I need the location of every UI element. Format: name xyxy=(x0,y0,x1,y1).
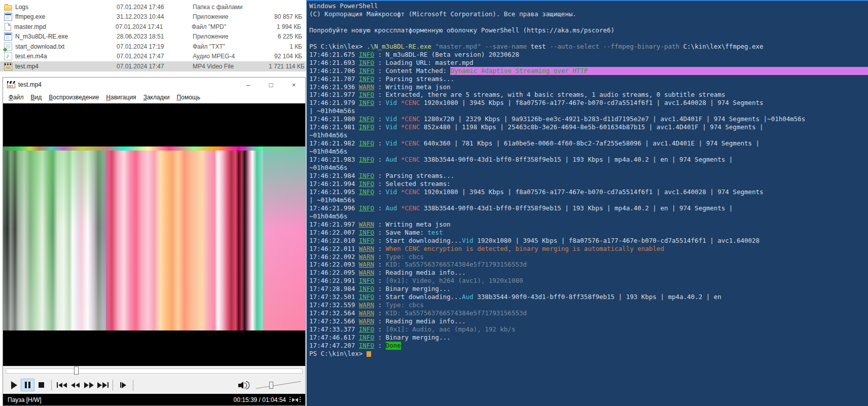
terminal-line: 17:46:22.010 INFO : Start downloading...… xyxy=(309,237,868,245)
skip-forward-button[interactable] xyxy=(96,379,110,391)
file-name: Logs xyxy=(15,4,117,11)
video-frame-tint-left xyxy=(3,146,106,330)
video-area[interactable] xyxy=(3,103,305,366)
close-button[interactable]: × xyxy=(282,78,305,92)
play-button[interactable] xyxy=(7,379,21,391)
terminal-line: 17:47:33.377 INFO : [0x1]: Audio, aac (m… xyxy=(309,325,868,334)
terminal-line: | ~01h04m56s xyxy=(309,107,868,115)
window-buttons: –□× xyxy=(237,78,305,92)
file-date: 07.01.2024 17:46 xyxy=(117,4,193,11)
audio-icon xyxy=(4,52,12,60)
file-date: 07.01.2024 17:41 xyxy=(116,23,192,30)
terminal-line: 17:46:21.936 WARN : Writing meta json xyxy=(309,83,868,91)
file-name: test.en.m4a xyxy=(15,53,117,60)
media-player-window: test.mp4 –□× ФайлВидВоспроизведениеНавиг… xyxy=(3,77,306,406)
terminal-line: PS C:\kin\lex> .\N_m3u8DL-RE.exe "master… xyxy=(309,43,868,51)
terminal-line: 17:46:21.996 INFO : Aud *CENC 338b3544-9… xyxy=(309,204,868,212)
terminal-line: 17:46:21.693 INFO : Loading URL: master.… xyxy=(309,59,868,67)
text-icon xyxy=(4,43,12,51)
player-statusbar: Пауза [H/W] 00:15:39 / 01:04:54 xyxy=(3,394,305,405)
file-name: start_download.txt xyxy=(15,43,117,50)
mpc-app-icon xyxy=(7,81,15,88)
file-size: 92 104 КБ xyxy=(269,53,302,60)
terminal-line: 17:46:21.675 INFO : N_m3u8DL-RE (Beta ve… xyxy=(309,51,868,59)
controls-separator xyxy=(51,380,52,391)
skip-back-button[interactable] xyxy=(55,379,68,391)
terminal-cursor xyxy=(367,351,371,357)
terminal-line: 17:46:21.982 INFO : Vid *CENC 640x360 | … xyxy=(309,139,868,147)
seek-track[interactable] xyxy=(6,368,303,374)
file-row[interactable]: test.en.m4a07.01.2024 17:47Аудио MPEG-49… xyxy=(0,52,306,62)
playback-status: Пауза [H/W] xyxy=(8,396,42,403)
terminal-line: 17:46:22.007 INFO : Save Name: test xyxy=(309,229,868,237)
file-row[interactable]: master.mpd07.01.2024 17:41Файл "MPD"1 99… xyxy=(0,22,306,32)
terminal-line: 17:46:21.980 INFO : Vid *CENC 1280x720 |… xyxy=(309,115,868,123)
terminal-line: ~01h04m56s xyxy=(309,131,868,139)
menu-вид[interactable]: Вид xyxy=(27,93,46,102)
terminal-line xyxy=(309,18,868,26)
menu-воспроизведение[interactable]: Воспроизведение xyxy=(45,93,102,102)
app-icon xyxy=(4,32,12,41)
file-row[interactable]: Logs07.01.2024 17:46Папка с файлами xyxy=(0,2,306,12)
terminal-line xyxy=(309,34,868,43)
file-date: 28.06.2023 18:51 xyxy=(117,33,193,40)
file-type: Файл "TXT" xyxy=(193,43,269,50)
fast-forward-button[interactable] xyxy=(82,379,96,391)
file-row[interactable]: N_m3u8DL-RE.exe28.06.2023 18:51Приложени… xyxy=(0,32,306,42)
terminal-line: 17:47:32.559 WARN : Type: cbcs xyxy=(309,301,868,309)
file-type: Аудио MPEG-4 xyxy=(193,53,269,60)
terminal-line: Windows PowerShell xyxy=(309,2,868,10)
file-type: Файл "MPD" xyxy=(192,23,268,30)
file-name: master.mpd xyxy=(14,23,116,30)
menu-закладки[interactable]: Закладки xyxy=(140,93,173,102)
rewind-button[interactable] xyxy=(68,379,82,391)
terminal-line: 17:46:21.706 INFO : Content Matched: Dyn… xyxy=(309,67,868,75)
video-frame xyxy=(3,146,305,330)
file-row[interactable]: test.mp407.01.2024 17:47MP4 Video File1 … xyxy=(0,61,306,71)
terminal-line: 17:46:21.981 INFO : Vid *CENC 852x480 | … xyxy=(309,123,868,131)
volume-thumb[interactable] xyxy=(269,382,273,389)
terminal-line: (C) Корпорация Майкрософт (Microsoft Cor… xyxy=(309,10,868,18)
app-icon xyxy=(4,13,12,21)
volume-icon[interactable] xyxy=(238,381,250,390)
terminal-line: | ~01h04m56s xyxy=(309,196,868,204)
terminal-line: 17:46:22.991 INFO : [0x1]: Video, h264 (… xyxy=(309,277,868,285)
maximize-button[interactable]: □ xyxy=(260,78,282,92)
file-type: Папка с файлами xyxy=(193,4,269,11)
terminal-line: 17:47:32.564 WARN : KID: 5a5575637665743… xyxy=(309,309,868,317)
controls-separator xyxy=(113,380,113,391)
controls-separator xyxy=(133,380,133,391)
terminal-line: 17:47:32.501 INFO : Start downloading...… xyxy=(309,293,868,301)
terminal-line: 17:46:21.983 INFO : Aud *CENC 338b3544-9… xyxy=(309,156,868,164)
file-row[interactable]: ffmpeg.exe31.12.2023 10:44Приложение80 8… xyxy=(0,12,306,22)
menu-навигация[interactable]: Навигация xyxy=(102,93,139,102)
video-icon xyxy=(4,62,12,70)
file-row[interactable]: start_download.txt07.01.2024 17:19Файл "… xyxy=(0,42,306,52)
menu-помощь[interactable]: Помощь xyxy=(173,93,204,102)
seek-bar[interactable] xyxy=(3,366,305,376)
terminal-line: 17:47:46.617 INFO : Binary merging... xyxy=(309,334,868,342)
volume-slider[interactable] xyxy=(256,380,301,390)
frame-step-button[interactable] xyxy=(116,379,130,391)
stop-button[interactable] xyxy=(34,379,48,391)
powershell-terminal[interactable]: Windows PowerShell(C) Корпорация Майкрос… xyxy=(306,0,868,406)
pause-button[interactable] xyxy=(21,379,34,391)
terminal-line: ~01h04m56s xyxy=(309,147,868,156)
folder-icon xyxy=(4,5,12,11)
seek-thumb[interactable] xyxy=(74,366,79,375)
player-titlebar[interactable]: test.mp4 –□× xyxy=(3,78,305,92)
player-window-title: test.mp4 xyxy=(18,81,42,88)
terminal-line: 17:46:21.984 INFO : Parsing streams... xyxy=(309,172,868,180)
file-size: 80 857 КБ xyxy=(269,13,302,20)
terminal-line: 17:47:28.984 INFO : Binary merging... xyxy=(309,285,868,293)
minimize-button[interactable]: – xyxy=(237,78,260,92)
player-controls xyxy=(3,376,305,394)
file-size: 1 КБ xyxy=(269,43,302,50)
terminal-line: PS C:\kin\lex> xyxy=(309,350,868,358)
terminal-line: 17:46:21.997 WARN : Writing meta json xyxy=(309,220,868,229)
terminal-line: 17:46:22.011 WARN : When CENC encryption… xyxy=(309,245,868,253)
menu-файл[interactable]: Файл xyxy=(5,93,27,102)
file-name: N_m3u8DL-RE.exe xyxy=(15,33,117,40)
audio-channel-icon xyxy=(290,397,301,403)
file-name: ffmpeg.exe xyxy=(15,13,117,20)
